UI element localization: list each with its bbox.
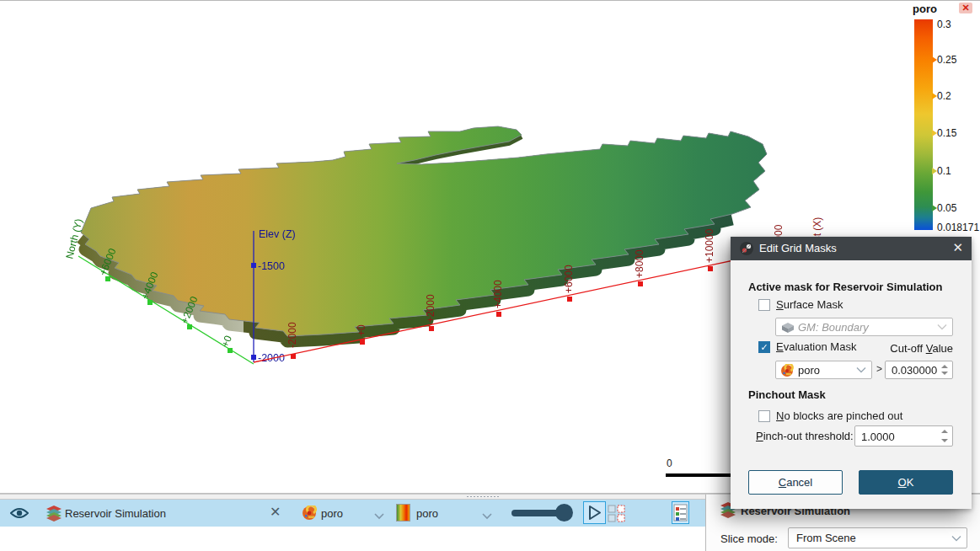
elev-axis-label: Elev (Z) [259,228,296,240]
chevron-down-icon[interactable] [374,510,384,522]
surface-mask-value: GM: Boundary [798,321,869,334]
chevron-down-icon [937,321,947,334]
colormap-icon [396,504,410,522]
evaluation-mask-checkbox[interactable]: ✓ [758,341,770,353]
spin-down-icon[interactable] [941,439,948,442]
slice-mode-dropdown[interactable]: From Scene [788,527,967,548]
legend-tick: 0.3 [937,19,951,30]
chevron-down-icon [951,528,961,548]
grid-mask-icon [739,241,754,259]
visibility-eye-icon[interactable] [10,506,29,523]
show-edges-button[interactable] [608,505,625,525]
cutoff-value: 0.030000 [892,364,937,377]
pinchout-threshold-label: Pinch-out threshold: [756,430,854,442]
no-blocks-pinched-checkbox[interactable] [758,410,770,422]
cancel-button[interactable]: Cancel [748,470,843,495]
colorbar-legend: poro 0.3 0.25 0.2 0.15 0.1 0.05 0.018171 [908,1,980,242]
axis-tick: -1500 [258,260,285,272]
dialog-title: Edit Grid Masks [759,242,837,254]
pinchout-threshold-value: 1.0000 [861,430,895,442]
colorbar [914,19,933,230]
evaluation-attribute-dropdown[interactable]: poro [775,361,872,379]
chevron-down-icon [856,364,866,377]
spin-down-icon[interactable] [941,372,948,375]
evaluation-attribute-value: poro [798,364,820,377]
active-mask-section-label: Active mask for Reservoir Simulation [748,281,942,293]
pinchout-threshold-spinner[interactable]: 1.0000 [854,425,953,447]
axis-tick: -2000 [287,322,298,348]
ok-button[interactable]: OK [859,470,953,495]
show-faces-button[interactable] [583,501,606,524]
legend-close-icon[interactable]: ✕ [959,3,972,13]
evaluation-mask-label[interactable]: Evaluation Mask [776,340,856,353]
axis-tick: +0 [356,324,367,336]
legend-tick: 0.05 [937,202,956,214]
legend-tick: 0.25 [937,54,956,66]
reservoir-mesh[interactable] [51,126,795,341]
attribute-dropdown-value[interactable]: poro [321,507,343,520]
cutoff-value-spinner[interactable]: 0.030000 [885,361,953,379]
spin-up-icon[interactable] [941,365,948,368]
chevron-down-icon[interactable] [482,510,492,522]
axis-tick: +0 [219,334,234,349]
legend-title: poro [913,3,937,15]
poro-attribute-icon [302,506,317,523]
legend-tick: 0.2 [937,90,951,102]
comparator-label: > [876,363,882,375]
no-blocks-pinched-label[interactable]: No blocks are pinched out [776,409,902,422]
show-legend-button[interactable] [672,501,689,524]
application-window: North (Y) +6000 +4000 +2000 +0 Elev (Z) … [0,0,980,551]
shape-list-toolbar: Reservoir Simulation ✕ poro poro [0,500,705,527]
slice-mode-label: Slice mode: [720,532,778,545]
surface-mask-checkbox[interactable] [758,299,770,311]
legend-tick: 0.1 [937,165,951,177]
splitter[interactable] [0,494,705,500]
legend-tick: 0.018171 [937,222,979,233]
boundary-mesh-icon [781,322,795,336]
axis-tick: +10000 [704,228,715,263]
svg-text:0: 0 [667,457,672,469]
splitter-grip-icon[interactable] [466,495,500,499]
spin-up-icon[interactable] [941,430,948,433]
surface-mask-label[interactable]: Surface Mask [776,298,843,311]
pinchout-section-label: Pinchout Mask [748,388,826,401]
scene-object-label[interactable]: Reservoir Simulation [65,507,166,520]
block-model-icon [46,505,62,524]
axis-tick: +8000 [634,249,645,278]
remove-object-icon[interactable]: ✕ [270,504,281,520]
axis-tick: +2000 [425,294,436,323]
surface-mask-dropdown: GM: Boundary [775,318,953,336]
legend-tick: 0.15 [937,127,956,139]
cutoff-value-label: Cut-off Value [890,342,953,355]
dialog-close-icon[interactable]: ✕ [952,240,963,255]
axis-tick: +6000 [563,265,575,293]
edit-grid-masks-dialog: Edit Grid Masks ✕ Active mask for Reserv… [731,237,972,509]
colormap-dropdown-value[interactable]: poro [416,507,438,520]
slice-mode-value: From Scene [796,532,856,544]
dialog-titlebar[interactable]: Edit Grid Masks ✕ [731,237,972,260]
axis-tick: +4000 [492,280,504,308]
poro-attribute-icon [780,364,794,380]
opacity-slider-thumb[interactable] [555,504,573,522]
